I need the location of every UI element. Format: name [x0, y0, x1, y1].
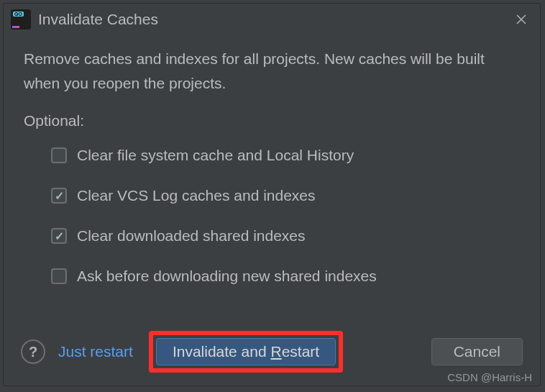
option-clear-file-cache[interactable]: Clear file system cache and Local Histor… [51, 147, 520, 164]
app-icon [11, 9, 31, 29]
option-ask-before-download[interactable]: Ask before downloading new shared indexe… [51, 268, 520, 285]
help-button[interactable]: ? [21, 339, 45, 364]
close-icon [516, 14, 527, 25]
option-label: Clear VCS Log caches and indexes [77, 187, 316, 204]
dialog-footer: ? Just restart Invalidate and Restart Ca… [4, 322, 540, 386]
optional-label: Optional: [24, 112, 520, 129]
option-clear-shared-indexes[interactable]: Clear downloaded shared indexes [51, 227, 520, 245]
just-restart-link[interactable]: Just restart [58, 343, 133, 360]
btn-mnemonic: R [270, 343, 281, 360]
btn-text-pre: Invalidate and [173, 343, 271, 360]
highlight-box: Invalidate and Restart [149, 331, 343, 373]
titlebar: Invalidate Caches [4, 4, 540, 35]
option-clear-vcs-log[interactable]: Clear VCS Log caches and indexes [51, 187, 520, 204]
close-button[interactable] [513, 11, 530, 28]
checkbox-icon[interactable] [51, 228, 67, 244]
description-text: Remove caches and indexes for all projec… [24, 47, 520, 95]
options-list: Clear file system cache and Local Histor… [24, 147, 520, 285]
dialog-content: Remove caches and indexes for all projec… [4, 35, 540, 322]
checkbox-icon[interactable] [51, 147, 67, 163]
btn-text-post: estart [282, 343, 320, 360]
option-label: Ask before downloading new shared indexe… [77, 268, 377, 285]
cancel-button[interactable]: Cancel [431, 338, 523, 365]
option-label: Clear file system cache and Local Histor… [77, 147, 354, 164]
checkbox-icon[interactable] [51, 188, 67, 204]
invalidate-caches-dialog: Invalidate Caches Remove caches and inde… [3, 3, 541, 386]
option-label: Clear downloaded shared indexes [77, 227, 306, 245]
invalidate-restart-button[interactable]: Invalidate and Restart [156, 338, 336, 365]
checkbox-icon[interactable] [51, 268, 67, 284]
dialog-title: Invalidate Caches [38, 11, 505, 28]
